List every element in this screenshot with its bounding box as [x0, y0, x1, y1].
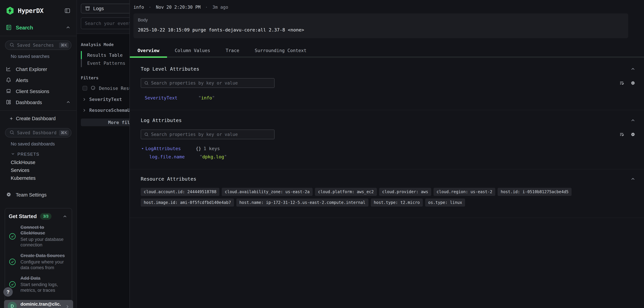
sidebar-toggle-button[interactable]	[64, 8, 70, 14]
preset-item-services[interactable]: Services	[0, 164, 76, 172]
collapse-section-icon[interactable]	[630, 118, 636, 123]
sidebar-nav: Chart Explorer Alerts Client Sessions Da…	[0, 64, 76, 108]
wrap-lines-icon[interactable]	[619, 80, 624, 86]
search-section-icon	[6, 24, 12, 31]
saved-searches-input[interactable]: Saved Searches ⌘K	[5, 40, 72, 50]
source-select-label: Logs	[93, 6, 104, 11]
tab-overview[interactable]: Overview	[130, 48, 167, 58]
saved-dashboards-input[interactable]: Saved Dashboards ⌘K	[5, 128, 72, 138]
source-select[interactable]: Logs	[81, 4, 130, 13]
get-started-item-add-data[interactable]: Add Data Start sending logs, metrics, or…	[9, 276, 68, 293]
resource-chip[interactable]: host.id: i-0510b81275acbe4d5	[498, 188, 572, 196]
wrap-lines-icon[interactable]	[619, 132, 624, 137]
resource-attributes-section: Resource Attributes cloud.account.id: 24…	[130, 169, 644, 218]
bell-icon	[6, 77, 12, 84]
attribute-row: log.file.name "dpkg.log"	[141, 154, 636, 159]
logo-row: HyperDX	[0, 0, 76, 15]
user-menu[interactable]: D dominic.tran@clic... dominic.tran@clic…	[4, 300, 73, 308]
events-search-input[interactable]: Search your events...	[81, 17, 130, 29]
team-settings-button[interactable]: Team Settings	[0, 189, 76, 200]
hyperdx-logo-icon	[6, 6, 14, 15]
get-started-header[interactable]: Get Started 3/3	[9, 213, 68, 220]
sidebar-item-label: Chart Explorer	[16, 67, 71, 72]
resource-chip[interactable]: host.name: ip-172-31-12-5.us-east-2.comp…	[236, 198, 368, 207]
source-and-search: Logs Search your events...	[77, 0, 130, 34]
attribute-key[interactable]: LogAttributes	[146, 146, 196, 151]
denoise-checkbox[interactable]	[82, 86, 87, 91]
filters-label: Filters	[81, 75, 130, 80]
resource-chip[interactable]: cloud.account.id: 244449518788	[141, 188, 219, 196]
user-name: dominic.tran@clic...	[20, 302, 61, 307]
collapse-section-icon[interactable]	[630, 176, 636, 182]
filter-group-severitytext[interactable]: SeverityText	[81, 97, 130, 102]
resource-chip[interactable]: cloud.availability_zone: us-east-2a	[222, 188, 312, 196]
attribute-meta: {}1 keys	[196, 146, 220, 151]
filter-group-resourceschemaurl[interactable]: ResourceSchemaUrl	[81, 108, 130, 113]
resource-chip[interactable]: host.type: t2.micro	[371, 198, 423, 207]
sidebar-item-chart-explorer[interactable]: Chart Explorer	[0, 64, 76, 75]
properties-search-input[interactable]	[151, 81, 271, 86]
search-icon	[10, 42, 14, 48]
chevron-right-icon	[65, 304, 70, 308]
get-started-progress-badge: 3/3	[40, 213, 52, 220]
tab-column-values[interactable]: Column Values	[167, 48, 218, 58]
sidebar-item-alerts[interactable]: Alerts	[0, 75, 76, 86]
saved-searches-placeholder: Saved Searches	[17, 43, 56, 48]
help-button[interactable]: ?	[3, 287, 13, 297]
attribute-key[interactable]: SeverityText	[145, 95, 198, 100]
get-started-item-desc: Start sending logs, metrics, or traces	[20, 282, 68, 293]
sidebar-item-dashboards[interactable]: Dashboards	[0, 97, 76, 108]
severity-level: info	[134, 5, 144, 10]
gear-icon[interactable]	[630, 80, 636, 86]
attribute-row: SeverityText "info"	[141, 95, 636, 100]
preset-item-clickhouse[interactable]: ClickHouse	[0, 157, 76, 164]
tab-surrounding-context[interactable]: Surrounding Context	[247, 48, 314, 58]
resource-chip[interactable]: host.image.id: ami-0f5fcdfbd140e4ab7	[141, 198, 234, 207]
body-label: Body	[138, 17, 624, 23]
search-icon	[144, 81, 149, 85]
chart-icon	[6, 66, 12, 72]
denoise-icon	[90, 85, 96, 91]
gear-icon[interactable]	[630, 132, 636, 137]
get-started-item-connect[interactable]: Connect to ClickHouse Set up your databa…	[9, 225, 68, 248]
resource-chip[interactable]: os.type: linux	[425, 198, 465, 207]
chevron-up-icon[interactable]	[66, 25, 71, 31]
mode-results-table[interactable]: Results Table	[81, 51, 130, 59]
sidebar: HyperDX Search Saved Searches ⌘K No save…	[0, 0, 77, 308]
properties-search[interactable]	[141, 130, 274, 139]
tab-trace[interactable]: Trace	[218, 48, 247, 58]
attribute-value[interactable]: "info"	[198, 95, 215, 100]
denoise-results-toggle[interactable]: Denoise Results	[81, 85, 130, 91]
attribute-key[interactable]: log.file.name	[149, 154, 200, 159]
get-started-item-desc: Set up your database connection	[20, 237, 68, 248]
preset-item-kubernetes[interactable]: Kubernetes	[0, 172, 76, 180]
triangle-down-icon[interactable]	[141, 147, 144, 150]
event-timestamp: Nov 20 2:20:30 PM	[156, 5, 200, 10]
search-section-header[interactable]: Search	[0, 15, 76, 36]
properties-search-input[interactable]	[151, 132, 271, 137]
more-filters-button[interactable]: More filters	[81, 119, 130, 126]
mode-event-patterns[interactable]: Event Patterns	[81, 59, 130, 67]
get-started-item-title: Connect to ClickHouse	[20, 225, 45, 236]
chevron-down-icon	[11, 152, 15, 157]
section-title: Top Level Attributes	[141, 66, 630, 72]
active-mode-bar	[81, 51, 82, 59]
body-card: Body 2025-10-22 10:15:09 purge fonts-dej…	[134, 13, 628, 38]
check-circle-icon	[9, 281, 16, 288]
attribute-value[interactable]: "dpkg.log"	[200, 154, 227, 159]
properties-search[interactable]	[141, 78, 274, 88]
no-saved-searches-note: No saved searches	[0, 50, 76, 59]
check-circle-icon	[9, 258, 16, 266]
resource-chip[interactable]: cloud.platform: aws_ec2	[315, 188, 377, 196]
sidebar-item-label: Alerts	[16, 78, 71, 83]
presets-toggle[interactable]: PRESETS	[0, 147, 76, 157]
separator: ·	[203, 5, 210, 10]
collapse-section-icon[interactable]	[630, 66, 636, 72]
resource-chip[interactable]: cloud.region: us-east-2	[434, 188, 495, 196]
resource-chip[interactable]: cloud.provider: aws	[379, 188, 431, 196]
event-header: info · Nov 20 2:20:30 PM · 3m ago	[134, 5, 644, 10]
create-dashboard-button[interactable]: + Create Dashboard	[0, 113, 76, 124]
sidebar-item-client-sessions[interactable]: Client Sessions	[0, 86, 76, 97]
denoise-label: Denoise Results	[99, 86, 130, 91]
get-started-item-sources[interactable]: Create Data Sources Configure where your…	[9, 253, 68, 271]
